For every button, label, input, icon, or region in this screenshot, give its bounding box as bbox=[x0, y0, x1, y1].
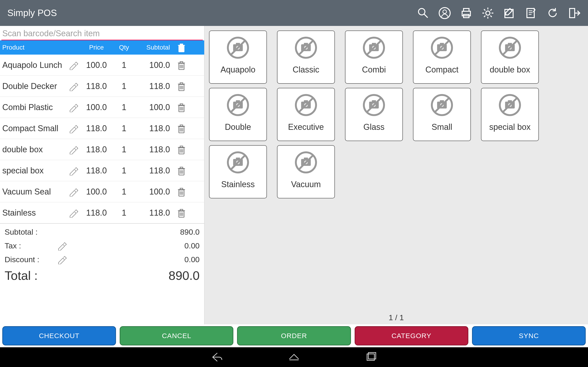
page-indicator: 1 / 1 bbox=[389, 313, 404, 322]
action-bar: CHECKOUT CANCEL ORDER CATEGORY SYNC bbox=[0, 324, 588, 347]
product-card[interactable]: special box bbox=[481, 88, 539, 141]
order-button[interactable]: ORDER bbox=[237, 326, 351, 345]
pencil-icon bbox=[69, 187, 78, 197]
product-card[interactable]: Combi bbox=[345, 31, 403, 84]
nav-recent-icon[interactable] bbox=[365, 351, 378, 364]
total-label: Total : bbox=[5, 268, 55, 283]
product-card[interactable]: Aquapolo bbox=[209, 31, 267, 84]
note-icon[interactable] bbox=[525, 7, 537, 19]
no-image-icon bbox=[225, 150, 251, 175]
cart-row: Double Decker118.01118.0 bbox=[0, 76, 204, 97]
gear-icon[interactable] bbox=[481, 7, 494, 19]
edit-item-button[interactable] bbox=[67, 208, 80, 218]
pencil-icon bbox=[69, 60, 78, 70]
cart-row: Aquapolo Lunch100.01100.0 bbox=[0, 55, 204, 76]
user-icon[interactable] bbox=[438, 7, 451, 19]
delete-item-button[interactable] bbox=[174, 166, 188, 175]
clear-cart-button[interactable] bbox=[174, 43, 188, 52]
product-card[interactable]: Classic bbox=[277, 31, 335, 84]
col-product: Product bbox=[2, 44, 80, 51]
delete-item-button[interactable] bbox=[174, 208, 188, 218]
no-image-icon bbox=[293, 35, 319, 60]
sync-button[interactable]: SYNC bbox=[472, 326, 586, 345]
pencil-icon bbox=[57, 241, 67, 250]
product-card[interactable]: Glass bbox=[345, 88, 403, 141]
edit-item-button[interactable] bbox=[67, 60, 80, 70]
delete-item-button[interactable] bbox=[174, 124, 188, 133]
no-image-icon bbox=[429, 35, 455, 60]
subtotal-label: Subtotal : bbox=[5, 227, 55, 236]
cart-item-name: Stainless bbox=[2, 208, 67, 218]
product-card[interactable]: Executive bbox=[277, 88, 335, 141]
product-card[interactable]: Compact bbox=[413, 31, 471, 84]
edit-item-button[interactable] bbox=[67, 166, 80, 175]
checkout-button[interactable]: CHECKOUT bbox=[2, 326, 116, 345]
cancel-button[interactable]: CANCEL bbox=[120, 326, 233, 345]
product-card[interactable]: Small bbox=[413, 88, 471, 141]
edit-item-button[interactable] bbox=[67, 124, 80, 133]
logout-icon[interactable] bbox=[568, 7, 581, 19]
cart-item-name: Aquapolo Lunch bbox=[2, 60, 67, 70]
print-icon[interactable] bbox=[460, 7, 473, 19]
cart-item-price: 100.0 bbox=[80, 187, 112, 197]
no-image-icon bbox=[225, 92, 251, 118]
delete-item-button[interactable] bbox=[174, 187, 188, 197]
totals: Subtotal : 890.0 Tax : 0.00 Discount : 0… bbox=[0, 223, 204, 285]
no-image-icon bbox=[293, 150, 319, 175]
edit-tax-button[interactable] bbox=[55, 241, 69, 250]
cart-item-price: 100.0 bbox=[80, 60, 112, 70]
category-button[interactable]: CATEGORY bbox=[355, 326, 468, 345]
subtotal-value: 890.0 bbox=[69, 227, 199, 236]
trash-icon bbox=[177, 81, 186, 91]
product-card[interactable]: double box bbox=[481, 31, 539, 84]
product-label: Small bbox=[432, 122, 452, 132]
cart-row: Combi Plastic100.01100.0 bbox=[0, 97, 204, 118]
cart-row: Stainless118.01118.0 bbox=[0, 202, 204, 223]
edit-item-button[interactable] bbox=[67, 81, 80, 91]
edit-item-button[interactable] bbox=[67, 145, 80, 154]
no-image-icon bbox=[361, 35, 387, 60]
trash-icon bbox=[177, 208, 186, 218]
col-subtotal: Subtotal bbox=[136, 44, 174, 51]
trash-icon bbox=[177, 102, 186, 112]
search-icon[interactable] bbox=[417, 7, 430, 19]
cart-row: special box118.01118.0 bbox=[0, 160, 204, 181]
edit-icon[interactable] bbox=[503, 7, 516, 19]
cart-item-price: 118.0 bbox=[80, 208, 112, 218]
product-card[interactable]: Double bbox=[209, 88, 267, 141]
cart-item-price: 100.0 bbox=[80, 102, 112, 112]
tax-value: 0.00 bbox=[69, 241, 199, 250]
search-input[interactable] bbox=[1, 27, 203, 40]
col-price: Price bbox=[80, 44, 112, 51]
delete-item-button[interactable] bbox=[174, 81, 188, 91]
product-label: double box bbox=[490, 65, 530, 75]
edit-item-button[interactable] bbox=[67, 102, 80, 112]
trash-icon bbox=[177, 43, 186, 52]
cart-item-qty: 1 bbox=[112, 208, 136, 218]
delete-item-button[interactable] bbox=[174, 60, 188, 70]
refresh-icon[interactable] bbox=[546, 7, 559, 19]
nav-back-icon[interactable] bbox=[210, 351, 223, 364]
pencil-icon bbox=[57, 255, 67, 264]
cart-item-qty: 1 bbox=[112, 81, 136, 91]
cart-item-name: Vacuum Seal bbox=[2, 187, 67, 197]
product-card[interactable]: Stainless bbox=[209, 145, 267, 198]
trash-icon bbox=[177, 166, 186, 175]
cart-item-name: Combi Plastic bbox=[2, 102, 67, 112]
trash-icon bbox=[177, 124, 186, 133]
delete-item-button[interactable] bbox=[174, 145, 188, 154]
product-label: Compact bbox=[425, 65, 458, 75]
app-title: Simply POS bbox=[7, 8, 417, 18]
edit-item-button[interactable] bbox=[67, 187, 80, 197]
nav-home-icon[interactable] bbox=[288, 351, 300, 364]
discount-value: 0.00 bbox=[69, 255, 199, 264]
delete-item-button[interactable] bbox=[174, 102, 188, 112]
cart-item-qty: 1 bbox=[112, 60, 136, 70]
product-label: Classic bbox=[293, 65, 319, 75]
cart-item-subtotal: 118.0 bbox=[136, 124, 174, 133]
product-card[interactable]: Vacuum bbox=[277, 145, 335, 198]
product-label: Glass bbox=[363, 122, 384, 132]
cart-item-subtotal: 118.0 bbox=[136, 208, 174, 218]
total-value: 890.0 bbox=[69, 268, 199, 283]
edit-discount-button[interactable] bbox=[55, 255, 69, 264]
